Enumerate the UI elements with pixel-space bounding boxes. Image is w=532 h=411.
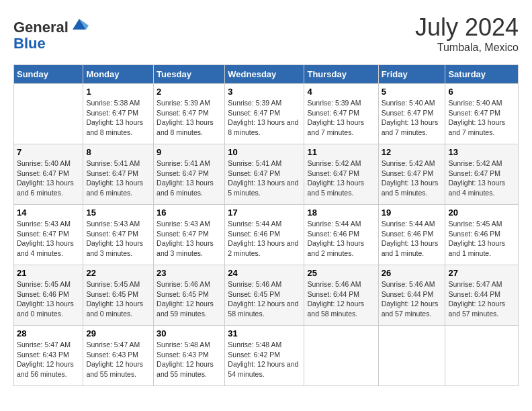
day-info: Sunrise: 5:46 AM Sunset: 6:45 PM Dayligh… [157,279,222,319]
calendar-header-row: SundayMondayTuesdayWednesdayThursdayFrid… [14,65,519,84]
calendar-cell [445,326,519,386]
day-info: Sunrise: 5:46 AM Sunset: 6:44 PM Dayligh… [307,279,375,319]
col-header-sunday: Sunday [14,65,83,84]
calendar-cell: 25Sunrise: 5:46 AM Sunset: 6:44 PM Dayli… [304,265,378,326]
calendar-cell: 28Sunrise: 5:47 AM Sunset: 6:43 PM Dayli… [14,326,83,386]
month-title: July 2024 [415,13,519,42]
day-number: 14 [17,208,80,218]
calendar-cell: 16Sunrise: 5:43 AM Sunset: 6:47 PM Dayli… [154,205,225,265]
day-number: 9 [157,147,222,157]
day-info: Sunrise: 5:42 AM Sunset: 6:47 PM Dayligh… [382,158,443,198]
day-info: Sunrise: 5:47 AM Sunset: 6:43 PM Dayligh… [86,340,150,379]
calendar-cell [304,326,378,386]
day-info: Sunrise: 5:43 AM Sunset: 6:47 PM Dayligh… [86,219,150,259]
day-number: 27 [448,268,515,278]
day-info: Sunrise: 5:40 AM Sunset: 6:47 PM Dayligh… [17,158,80,198]
day-number: 11 [307,147,375,157]
day-info: Sunrise: 5:44 AM Sunset: 6:46 PM Dayligh… [228,219,301,259]
col-header-wednesday: Wednesday [225,65,304,84]
day-number: 24 [228,268,301,278]
day-number: 2 [157,87,222,97]
calendar-cell: 18Sunrise: 5:44 AM Sunset: 6:46 PM Dayli… [304,205,378,265]
calendar-cell: 1Sunrise: 5:38 AM Sunset: 6:47 PM Daylig… [83,84,154,144]
day-info: Sunrise: 5:39 AM Sunset: 6:47 PM Dayligh… [228,98,301,138]
calendar-cell: 19Sunrise: 5:44 AM Sunset: 6:46 PM Dayli… [378,205,445,265]
calendar-cell: 22Sunrise: 5:45 AM Sunset: 6:45 PM Dayli… [83,265,154,326]
day-number: 3 [228,87,301,97]
calendar-cell: 20Sunrise: 5:45 AM Sunset: 6:46 PM Dayli… [445,205,519,265]
day-number: 21 [17,268,80,278]
day-info: Sunrise: 5:39 AM Sunset: 6:47 PM Dayligh… [157,98,222,138]
logo-general-text: General [13,19,69,36]
day-number: 25 [307,268,375,278]
calendar-week-row: 21Sunrise: 5:45 AM Sunset: 6:46 PM Dayli… [14,265,519,326]
day-info: Sunrise: 5:45 AM Sunset: 6:46 PM Dayligh… [448,219,515,259]
day-number: 16 [157,208,222,218]
day-number: 5 [382,87,443,97]
day-info: Sunrise: 5:43 AM Sunset: 6:47 PM Dayligh… [17,219,80,259]
day-info: Sunrise: 5:48 AM Sunset: 6:42 PM Dayligh… [228,340,301,379]
calendar-cell: 6Sunrise: 5:40 AM Sunset: 6:47 PM Daylig… [445,84,519,144]
day-info: Sunrise: 5:45 AM Sunset: 6:46 PM Dayligh… [17,279,80,319]
day-number: 12 [382,147,443,157]
calendar-cell: 26Sunrise: 5:46 AM Sunset: 6:44 PM Dayli… [378,265,445,326]
day-info: Sunrise: 5:40 AM Sunset: 6:47 PM Dayligh… [448,98,515,138]
day-number: 18 [307,208,375,218]
day-info: Sunrise: 5:42 AM Sunset: 6:47 PM Dayligh… [307,158,375,198]
day-info: Sunrise: 5:46 AM Sunset: 6:45 PM Dayligh… [228,279,301,319]
calendar-cell: 24Sunrise: 5:46 AM Sunset: 6:45 PM Dayli… [225,265,304,326]
calendar-week-row: 28Sunrise: 5:47 AM Sunset: 6:43 PM Dayli… [14,326,519,386]
calendar-table: SundayMondayTuesdayWednesdayThursdayFrid… [13,64,519,386]
day-info: Sunrise: 5:42 AM Sunset: 6:47 PM Dayligh… [448,158,515,198]
day-number: 15 [86,208,150,218]
calendar-cell: 11Sunrise: 5:42 AM Sunset: 6:47 PM Dayli… [304,144,378,205]
calendar-cell: 13Sunrise: 5:42 AM Sunset: 6:47 PM Dayli… [445,144,519,205]
calendar-cell: 4Sunrise: 5:39 AM Sunset: 6:47 PM Daylig… [304,84,378,144]
calendar-cell: 10Sunrise: 5:41 AM Sunset: 6:47 PM Dayli… [225,144,304,205]
calendar-cell: 9Sunrise: 5:41 AM Sunset: 6:47 PM Daylig… [154,144,225,205]
day-number: 31 [228,328,301,338]
day-number: 17 [228,208,301,218]
calendar-cell: 15Sunrise: 5:43 AM Sunset: 6:47 PM Dayli… [83,205,154,265]
day-info: Sunrise: 5:47 AM Sunset: 6:43 PM Dayligh… [17,340,80,379]
calendar-cell [14,84,83,144]
logo-icon [70,13,89,32]
calendar-week-row: 1Sunrise: 5:38 AM Sunset: 6:47 PM Daylig… [14,84,519,144]
calendar-cell: 21Sunrise: 5:45 AM Sunset: 6:46 PM Dayli… [14,265,83,326]
logo-blue-text: Blue [13,35,46,52]
calendar-week-row: 14Sunrise: 5:43 AM Sunset: 6:47 PM Dayli… [14,205,519,265]
day-info: Sunrise: 5:39 AM Sunset: 6:47 PM Dayligh… [307,98,375,138]
calendar-cell: 17Sunrise: 5:44 AM Sunset: 6:46 PM Dayli… [225,205,304,265]
day-info: Sunrise: 5:43 AM Sunset: 6:47 PM Dayligh… [157,219,222,259]
calendar-cell: 29Sunrise: 5:47 AM Sunset: 6:43 PM Dayli… [83,326,154,386]
day-number: 1 [86,87,150,97]
day-number: 30 [157,328,222,338]
day-number: 23 [157,268,222,278]
day-info: Sunrise: 5:38 AM Sunset: 6:47 PM Dayligh… [86,98,150,138]
day-info: Sunrise: 5:41 AM Sunset: 6:47 PM Dayligh… [157,158,222,198]
page-header: General Blue July 2024 Tumbala, Mexico [13,13,519,54]
day-number: 10 [228,147,301,157]
calendar-cell: 5Sunrise: 5:40 AM Sunset: 6:47 PM Daylig… [378,84,445,144]
day-info: Sunrise: 5:44 AM Sunset: 6:46 PM Dayligh… [382,219,443,259]
col-header-tuesday: Tuesday [154,65,225,84]
day-number: 26 [382,268,443,278]
day-number: 8 [86,147,150,157]
day-info: Sunrise: 5:44 AM Sunset: 6:46 PM Dayligh… [307,219,375,259]
calendar-cell: 12Sunrise: 5:42 AM Sunset: 6:47 PM Dayli… [378,144,445,205]
day-number: 22 [86,268,150,278]
logo: General Blue [13,13,89,52]
day-info: Sunrise: 5:48 AM Sunset: 6:43 PM Dayligh… [157,340,222,379]
col-header-monday: Monday [83,65,154,84]
calendar-week-row: 7Sunrise: 5:40 AM Sunset: 6:47 PM Daylig… [14,144,519,205]
day-number: 4 [307,87,375,97]
day-info: Sunrise: 5:41 AM Sunset: 6:47 PM Dayligh… [86,158,150,198]
col-header-thursday: Thursday [304,65,378,84]
day-number: 20 [448,208,515,218]
day-number: 29 [86,328,150,338]
day-number: 6 [448,87,515,97]
col-header-friday: Friday [378,65,445,84]
calendar-cell: 27Sunrise: 5:47 AM Sunset: 6:44 PM Dayli… [445,265,519,326]
day-info: Sunrise: 5:47 AM Sunset: 6:44 PM Dayligh… [448,279,515,319]
calendar-cell: 2Sunrise: 5:39 AM Sunset: 6:47 PM Daylig… [154,84,225,144]
